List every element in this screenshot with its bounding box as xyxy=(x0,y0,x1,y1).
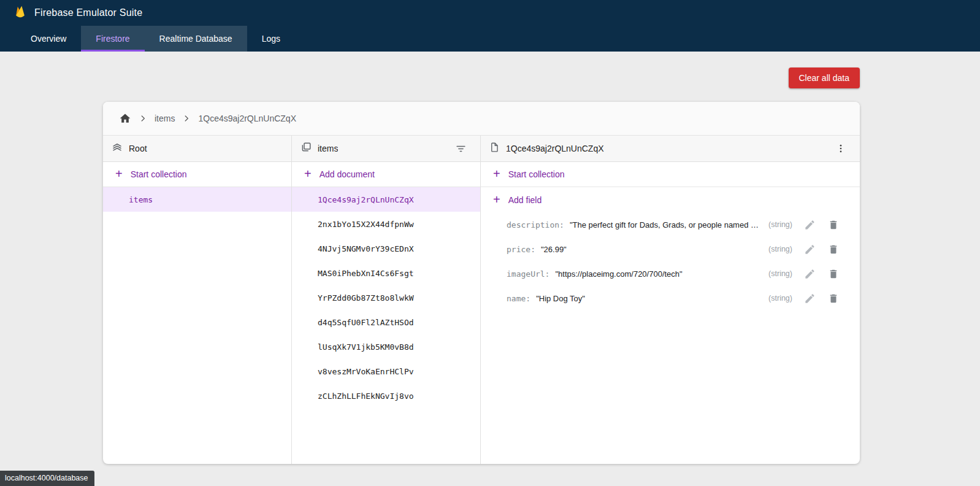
document-item[interactable]: YrPZdd0Gb87Zt8o8lwkW xyxy=(292,285,480,310)
field-value: "The perfect gift for Dads, Grads, or pe… xyxy=(570,220,760,230)
home-icon[interactable] xyxy=(119,112,131,125)
document-item[interactable]: v8veszMrVoKaEnrHClPv xyxy=(292,359,480,384)
collection-panel: items + Add document 1Qce4s9aj2rQLnUnCZq… xyxy=(292,136,481,464)
plus-icon: + xyxy=(493,193,500,206)
document-panel-header: 1Qce4s9aj2rQLnUnCZqX xyxy=(481,136,860,162)
tab-realtime-database[interactable]: Realtime Database xyxy=(145,26,247,52)
document-icon xyxy=(489,142,500,155)
chevron-right-icon xyxy=(182,114,191,123)
field-value: "26.99" xyxy=(541,245,567,254)
panels-container: Root + Start collection items xyxy=(103,136,860,464)
document-item[interactable]: 2nx1bYo15X2X44dfpnWw xyxy=(292,212,480,236)
breadcrumb-collection[interactable]: items xyxy=(155,114,175,123)
collection-panel-title: items xyxy=(318,144,338,153)
start-collection-button[interactable]: + Start collection xyxy=(103,162,291,187)
app-header: Firebase Emulator Suite xyxy=(0,0,980,26)
delete-field-icon[interactable] xyxy=(827,242,840,256)
root-icon xyxy=(112,142,123,155)
app-title: Firebase Emulator Suite xyxy=(34,7,142,18)
tab-logs[interactable]: Logs xyxy=(247,26,295,52)
add-document-button[interactable]: + Add document xyxy=(292,162,480,187)
field-row-name: name: "Hip Dog Toy" (string) xyxy=(481,286,860,310)
nav-tab-bar: Overview Firestore Realtime Database Log… xyxy=(0,26,980,52)
root-panel-title: Root xyxy=(129,144,147,153)
edit-field-icon[interactable] xyxy=(803,218,816,231)
filter-icon[interactable] xyxy=(455,143,467,155)
field-type-badge: (string) xyxy=(760,245,792,253)
field-value: "https://placeimg.com/720/700/tech" xyxy=(555,269,682,279)
clear-all-data-button[interactable]: Clear all data xyxy=(789,68,860,88)
field-name: description: xyxy=(507,220,564,230)
tab-overview[interactable]: Overview xyxy=(16,26,81,52)
collection-icon xyxy=(301,142,312,155)
breadcrumb: items 1Qce4s9aj2rQLnUnCZqX xyxy=(103,102,860,136)
field-value: "Hip Dog Toy" xyxy=(536,294,585,303)
firestore-data-panel: items 1Qce4s9aj2rQLnUnCZqX Root + xyxy=(103,102,860,464)
more-options-icon[interactable] xyxy=(835,143,846,154)
field-row-price: price: "26.99" (string) xyxy=(481,237,860,261)
collection-panel-header: items xyxy=(292,136,480,162)
document-item[interactable]: d4q5SqfU0Fl2lAZtHSOd xyxy=(292,310,480,334)
plus-icon: + xyxy=(493,168,500,180)
firebase-logo-icon xyxy=(13,5,27,21)
root-panel: Root + Start collection items xyxy=(103,136,292,464)
document-panel-title: 1Qce4s9aj2rQLnUnCZqX xyxy=(506,144,604,153)
plus-icon: + xyxy=(304,168,312,180)
root-panel-header: Root xyxy=(103,136,291,162)
add-field-button[interactable]: + Add field xyxy=(481,187,860,212)
document-item[interactable]: 4NJvj5NGMv0rY39cEDnX xyxy=(292,236,480,261)
field-row-imageUrl: imageUrl: "https://placeimg.com/720/700/… xyxy=(481,261,860,286)
edit-field-icon[interactable] xyxy=(803,267,816,280)
collection-item-items[interactable]: items xyxy=(103,187,291,212)
field-type-badge: (string) xyxy=(760,269,792,278)
field-type-badge: (string) xyxy=(760,294,792,303)
delete-field-icon[interactable] xyxy=(827,267,840,280)
start-collection-button-document[interactable]: + Start collection xyxy=(481,162,860,187)
field-name: imageUrl: xyxy=(507,269,549,279)
delete-field-icon[interactable] xyxy=(827,291,840,305)
plus-icon: + xyxy=(115,168,123,180)
document-item[interactable]: 1Qce4s9aj2rQLnUnCZqX xyxy=(292,187,480,212)
field-type-badge: (string) xyxy=(760,220,792,229)
chevron-right-icon xyxy=(139,114,147,123)
field-name: name: xyxy=(507,294,530,303)
field-name: price: xyxy=(507,245,535,254)
document-item[interactable]: zCLhZhLLFhEkNGvIj8vo xyxy=(292,384,480,408)
edit-field-icon[interactable] xyxy=(803,291,816,305)
firestore-page: Clear all data items 1Qce4s9aj2rQLnUnCZq… xyxy=(0,52,980,486)
status-bar: localhost:4000/database xyxy=(0,471,94,486)
delete-field-icon[interactable] xyxy=(827,218,840,231)
tab-firestore[interactable]: Firestore xyxy=(81,26,144,52)
document-item[interactable]: MAS0iPhebXnI4Cs6Fsgt xyxy=(292,261,480,285)
edit-field-icon[interactable] xyxy=(803,242,816,256)
breadcrumb-document[interactable]: 1Qce4s9aj2rQLnUnCZqX xyxy=(198,114,296,123)
document-panel: 1Qce4s9aj2rQLnUnCZqX + Start collection … xyxy=(481,136,860,464)
field-row-description: description: "The perfect gift for Dads,… xyxy=(481,212,860,237)
document-item[interactable]: lUsqXk7V1jkb5KM0vB8d xyxy=(292,334,480,359)
